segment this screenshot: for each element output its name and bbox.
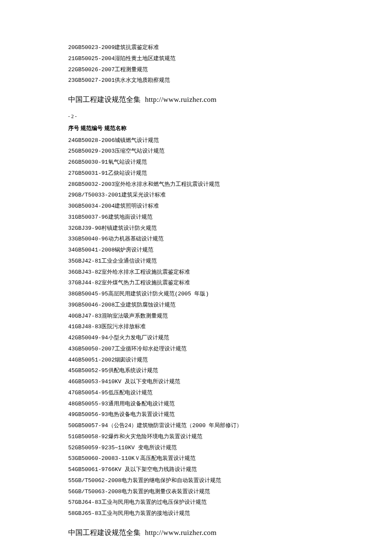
item-seq: 36 (68, 268, 75, 278)
list-item: 43 GB50050-2007 工业循环冷却水处理设计规范 (68, 344, 324, 354)
list-item: 51 GB50058-92 爆炸和火灾危险环境电力装置设计规范 (68, 432, 324, 442)
item-name: 供配电系统设计规范 (108, 366, 158, 376)
item-name: 工业循环冷却水处理设计规范 (115, 344, 187, 354)
item-name: 室外给水排水和燃气热力工程抗震设计规范 (115, 180, 220, 190)
list-item: 28 GB50032-2003 室外给水排水和燃气热力工程抗震设计规范 (68, 179, 324, 190)
list-item: 46 GB50053-94 10KV 及以下变电所设计规范 (68, 377, 324, 387)
item-code: GBJ65-83 (75, 509, 101, 519)
list-item: 38 GB50045-95 高层民用建筑设计防火规范(2005 年版) (68, 289, 324, 299)
item-seq: 23 (68, 76, 75, 86)
list-item: 53 GB50060-2008 3-110KＶ高压配电装置设计规范 (68, 454, 324, 464)
list-item: 20 GB50023-2009 建筑抗震鉴定标准 (68, 43, 324, 53)
item-code: GB/T50062-2008 (75, 476, 121, 486)
list-item: 55 GB/T50062-2008 电力装置的继电保护和自动装置设计规范 (68, 476, 324, 486)
list-item: 49 GB50056-93 电热设备电力装置设计规范 (68, 410, 324, 420)
collection-title-cn-bottom: 中国工程建设规范全集 (68, 529, 141, 537)
item-code: GBJ42-81 (75, 257, 101, 266)
item-name: 混响室法吸声系数测量规范 (101, 312, 168, 321)
item-code: GB50028-2006 (75, 136, 115, 146)
list-item: 39 GB50046-2008 工业建筑防腐蚀设计规范 (68, 300, 324, 310)
item-code: GB50026-2007 (75, 65, 115, 75)
item-code: GBJ48-83 (75, 322, 101, 332)
item-code: GB50060-2008 (75, 454, 115, 464)
list-item: 31 GB50037-96 建筑地面设计规范 (68, 212, 324, 223)
item-name: 电热设备电力装置设计规范 (108, 410, 175, 420)
item-name: 室外煤气热力工程设施抗震鉴定标准 (101, 278, 190, 288)
item-code: GB50029-2003 (75, 147, 115, 156)
item-seq: 56 (68, 487, 75, 497)
item-name: 建筑抗震鉴定标准 (115, 43, 159, 53)
item-code: GB50034-2004 (75, 202, 115, 211)
item-seq: 47 (68, 388, 75, 398)
list-item: 34 GB50041-2008 锅炉房设计规范 (68, 245, 324, 255)
item-code: GB50040-96 (75, 234, 108, 244)
list-item: 52 GB50059-92 35~110KV 变电所设计规范 (68, 443, 324, 453)
item-seq: 38 (68, 289, 75, 299)
item-code: GB50058-92 (75, 432, 108, 442)
item-code: GB/T50063-2008 (75, 487, 121, 497)
standards-block-2: 24 GB50028-2006 城镇燃气设计规范25 GB50029-2003 … (68, 136, 324, 519)
item-seq: 42 (68, 333, 75, 343)
item-name: 工业与民用电力装置的过电压保护设计规范 (101, 498, 207, 508)
collection-title-bottom: 中国工程建设规范全集 http://www.ruizher.com (68, 526, 324, 539)
item-name: 10KV 及以下变电所设计规范 (108, 377, 180, 387)
item-name: 氧气站设计规范 (108, 158, 147, 168)
item-code: GBJ64-83 (75, 498, 101, 508)
list-item: 37 GBJ44-82 室外煤气热力工程设施抗震鉴定标准 (68, 278, 324, 288)
list-item: 33 GB50040-96 动力机器基础设计规范 (68, 234, 324, 244)
item-code: GB50054-95 (75, 388, 108, 398)
item-seq: 55 (68, 476, 75, 486)
item-seq: 54 (68, 465, 75, 475)
header-code: 规范编号 (81, 124, 103, 134)
item-code: GB50032-2003 (75, 180, 115, 190)
item-code: GB50027-2001 (75, 76, 115, 86)
item-seq: 40 (68, 312, 75, 321)
item-name: 35~110KV 变电所设计规范 (108, 443, 177, 453)
item-code: GB50031-91 (75, 169, 108, 179)
list-item: 26 GB50030-91 氧气站设计规范 (68, 157, 324, 168)
list-item: 44 GB50051-2002 烟囱设计规范 (68, 355, 324, 365)
item-seq: 50 (68, 421, 75, 431)
item-seq: 57 (68, 498, 75, 508)
list-item: 24 GB50028-2006 城镇燃气设计规范 (68, 136, 324, 146)
list-item: 35 GBJ42-81 工业企业通信设计规范 (68, 256, 324, 266)
item-code: GB50056-93 (75, 410, 108, 420)
page-number: - 2 - (68, 112, 324, 121)
item-seq: 53 (68, 454, 75, 464)
item-seq: 34 (68, 246, 75, 255)
column-header: 序号 规范编号 规范名称 (68, 124, 324, 134)
item-seq: 20 (68, 43, 75, 53)
list-item: 36 GBJ43-82 室外给水排水工程设施抗震鉴定标准 (68, 267, 324, 278)
header-seq: 序号 (68, 124, 79, 134)
item-code: GB50059-92 (75, 443, 108, 453)
item-code: GB50030-91 (75, 158, 108, 168)
list-item: 58 GBJ65-83 工业与民用电力装置的接地设计规范 (68, 509, 324, 519)
item-seq: 44 (68, 356, 75, 365)
item-name: 小型火力发电厂设计规范 (108, 333, 169, 343)
item-code: GB50049-94 (75, 333, 108, 343)
item-name: 锅炉房设计规范 (115, 246, 153, 255)
item-seq: 30 (68, 202, 75, 211)
item-seq: 45 (68, 366, 75, 376)
list-item: 29 GB/T50033-2001 建筑采光设计标准 (68, 190, 324, 200)
collection-title-url-bottom: http://www.ruizher.com (145, 529, 216, 537)
item-name: 工业与民用电力装置的接地设计规范 (101, 509, 190, 519)
item-code: GB50053-94 (75, 377, 108, 387)
item-code: GB50045-95 (75, 289, 108, 299)
list-item: 47 GB50054-95 低压配电设计规范 (68, 388, 324, 398)
item-name: 工业建筑防腐蚀设计规范 (115, 301, 176, 310)
item-name: 供水水文地质勘察规范 (115, 76, 170, 86)
item-seq: 39 (68, 301, 75, 310)
standards-block-1: 20 GB50023-2009 建筑抗震鉴定标准21 GB50025-2004 … (68, 43, 324, 86)
item-name: 建筑照明设计标准 (115, 202, 159, 211)
item-name: 工程测量规范 (115, 65, 148, 75)
item-name: 电力装置的电测量仪表装置设计规范 (121, 487, 210, 497)
item-code: GB50041-2008 (75, 246, 115, 255)
item-name: 医院污水排放标准 (101, 322, 146, 332)
item-seq: 28 (68, 180, 75, 190)
list-item: 40 GBJ47-83 混响室法吸声系数测量规范 (68, 311, 324, 321)
item-seq: 48 (68, 399, 75, 409)
item-name: 电力装置的继电保护和自动装置设计规范 (121, 476, 221, 486)
list-item: 42 GB50049-94 小型火力发电厂设计规范 (68, 333, 324, 343)
item-seq: 33 (68, 234, 75, 244)
